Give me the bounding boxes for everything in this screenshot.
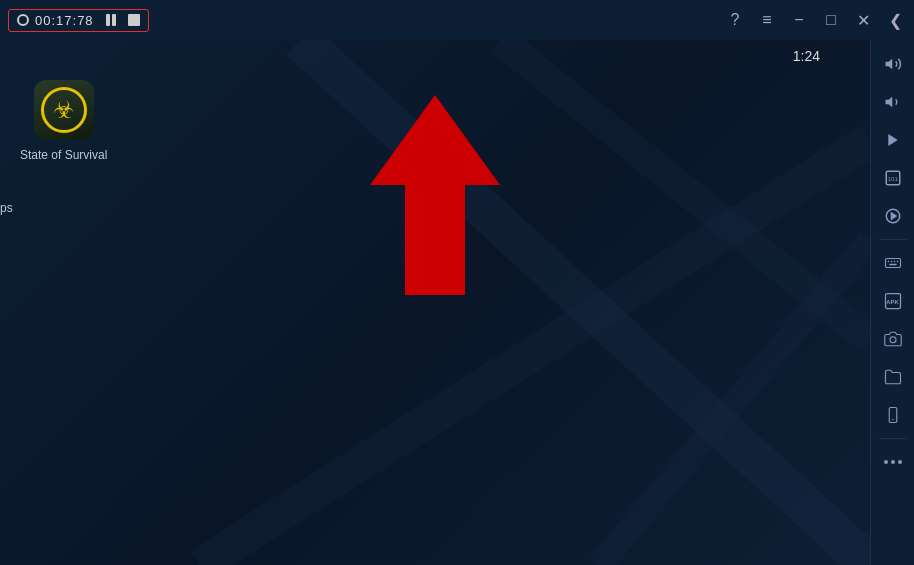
sidebar-volume-up-button[interactable] xyxy=(875,46,911,82)
partial-app-item[interactable]: ps xyxy=(0,195,13,215)
back-button[interactable]: ❮ xyxy=(880,5,910,35)
content-area: 1:24 ps ☣ State of Survival xyxy=(0,40,870,565)
arrow-indicator xyxy=(370,95,500,299)
title-bar: 00:17:78 ? ≡ − □ ✕ ❮ xyxy=(0,0,914,40)
svg-marker-4 xyxy=(370,95,500,295)
svg-text:101: 101 xyxy=(887,176,898,182)
biohazard-icon: ☣ xyxy=(53,96,75,124)
sidebar-divider-2 xyxy=(879,438,907,439)
svg-point-20 xyxy=(890,337,896,343)
stop-button[interactable] xyxy=(128,14,140,26)
svg-text:APK: APK xyxy=(886,299,899,305)
svg-rect-12 xyxy=(885,259,900,268)
svg-marker-5 xyxy=(885,59,892,70)
main-area: 1:24 ps ☣ State of Survival xyxy=(0,40,914,565)
svg-line-1 xyxy=(500,40,870,340)
sidebar-more-button[interactable] xyxy=(875,444,911,480)
sidebar-volume-down-button[interactable] xyxy=(875,84,911,120)
maximize-button[interactable]: □ xyxy=(816,5,846,35)
sidebar-folder-button[interactable] xyxy=(875,359,911,395)
app-icon-state-of-survival: ☣ xyxy=(34,80,94,140)
right-sidebar: 101 APK xyxy=(870,40,914,565)
pause-bar-1 xyxy=(106,14,110,26)
title-bar-left: 00:17:78 xyxy=(8,9,149,32)
svg-line-2 xyxy=(200,140,870,565)
timer-display: 00:17:78 xyxy=(35,13,94,28)
help-button[interactable]: ? xyxy=(720,5,750,35)
timestamp-display: 1:24 xyxy=(793,48,820,64)
recording-timer: 00:17:78 xyxy=(8,9,149,32)
recording-circle-icon xyxy=(17,14,29,26)
svg-marker-11 xyxy=(891,213,896,219)
sidebar-keyboard-button[interactable] xyxy=(875,245,911,281)
app-label-state-of-survival: State of Survival xyxy=(20,148,107,162)
pause-button[interactable] xyxy=(106,14,116,26)
svg-marker-6 xyxy=(885,97,892,108)
sidebar-divider-1 xyxy=(879,239,907,240)
svg-point-23 xyxy=(884,460,888,464)
sidebar-play-button[interactable] xyxy=(875,122,911,158)
close-button[interactable]: ✕ xyxy=(848,5,878,35)
sidebar-apk-button[interactable]: APK xyxy=(875,283,911,319)
app-grid: ☣ State of Survival xyxy=(0,70,127,172)
svg-point-25 xyxy=(898,460,902,464)
svg-marker-7 xyxy=(888,134,897,146)
pause-bar-2 xyxy=(112,14,116,26)
svg-line-3 xyxy=(600,240,870,565)
sidebar-macro-button[interactable] xyxy=(875,198,911,234)
partial-app-label: ps xyxy=(0,201,13,215)
sidebar-timer-button[interactable]: 101 xyxy=(875,160,911,196)
title-bar-controls: ? ≡ − □ ✕ ❮ xyxy=(720,5,910,35)
menu-button[interactable]: ≡ xyxy=(752,5,782,35)
sidebar-device-button[interactable] xyxy=(875,397,911,433)
svg-point-24 xyxy=(891,460,895,464)
sidebar-screenshot-button[interactable] xyxy=(875,321,911,357)
app-item-state-of-survival[interactable]: ☣ State of Survival xyxy=(20,80,107,162)
minimize-button[interactable]: − xyxy=(784,5,814,35)
